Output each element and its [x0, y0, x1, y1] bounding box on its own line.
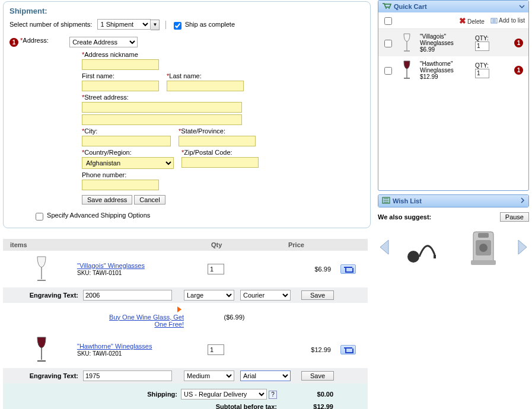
- first-name-input[interactable]: [82, 81, 159, 91]
- item-row: "Villagois" Wineglasses SKU: TAWI-0101 $…: [0, 251, 371, 287]
- cart-item-checkbox[interactable]: [384, 40, 392, 47]
- prev-arrow-icon[interactable]: [378, 238, 391, 257]
- product-link[interactable]: "Villagois" Wineglasses: [77, 262, 145, 269]
- zip-label: Zip/Postal Code:: [184, 149, 232, 156]
- street-label: Street address:: [84, 94, 129, 101]
- engrave-row: Engraving Text: Medium Arial Save: [3, 368, 368, 384]
- quick-cart-header[interactable]: Quick Cart: [378, 1, 528, 12]
- engrave-save-button[interactable]: Save: [301, 290, 334, 300]
- items-col-name: items: [3, 239, 208, 251]
- city-label: City:: [84, 127, 97, 135]
- items-col-price: Price: [285, 239, 308, 251]
- engrave-font-select[interactable]: Courier: [240, 290, 291, 301]
- chevron-right-icon[interactable]: [520, 197, 525, 204]
- product-image: [6, 254, 77, 284]
- wish-list-panel: Wish List: [378, 194, 529, 207]
- qty-input[interactable]: [208, 344, 224, 355]
- address-select[interactable]: Create Address: [69, 37, 138, 47]
- cart-item-image: [397, 33, 416, 53]
- state-input[interactable]: [179, 136, 256, 146]
- cart-item-badge: 1: [514, 66, 523, 75]
- delete-button[interactable]: ✖Delete: [459, 16, 485, 25]
- last-name-input[interactable]: [167, 81, 244, 91]
- item-price: $6.99: [285, 266, 331, 273]
- save-address-button[interactable]: Save address: [82, 195, 132, 204]
- shipments-select[interactable]: 1 Shipment: [97, 19, 151, 30]
- shipping-method-select[interactable]: US - Regular Delivery: [181, 389, 267, 400]
- quick-cart-toolbar: ✖Delete Add to list: [378, 12, 528, 29]
- cart-item-name: "Villagois" Wineglasses: [420, 33, 472, 46]
- qty-label: QTY:: [475, 62, 511, 69]
- suggestions-panel: We also suggest: Pause: [378, 213, 529, 270]
- first-name-label: First name:: [82, 72, 159, 79]
- wish-list-title: Wish List: [393, 197, 520, 204]
- phone-input[interactable]: [82, 180, 159, 190]
- svg-rect-23: [478, 233, 489, 238]
- nickname-label: Address nickname: [84, 51, 138, 58]
- engrave-font-select[interactable]: Arial: [240, 370, 291, 381]
- engrave-size-select[interactable]: Large: [184, 290, 234, 301]
- cart-item-badge: 1: [514, 39, 523, 47]
- zip-input[interactable]: [181, 157, 259, 168]
- totals-panel: Shipping: US - Regular Delivery ? $0.00 …: [3, 384, 368, 409]
- address-form: *Address nickname First name: *Last name…: [82, 51, 364, 204]
- state-label: State/Province:: [181, 127, 225, 135]
- cart-item-name: "Hawthorne" Wineglasses: [420, 60, 472, 74]
- qty-input[interactable]: [208, 264, 224, 274]
- help-icon[interactable]: ?: [269, 391, 277, 399]
- select-all-checkbox[interactable]: [384, 17, 392, 25]
- cart-item-image: [397, 60, 416, 80]
- wish-list-header[interactable]: Wish List: [378, 195, 528, 207]
- shipments-extra-toggle[interactable]: ▼: [151, 20, 160, 30]
- product-image: [6, 335, 77, 365]
- quick-cart-panel: Quick Cart ✖Delete Add to list: [378, 0, 529, 191]
- country-label: Country/Region:: [84, 149, 132, 156]
- next-arrow-icon[interactable]: [516, 238, 529, 257]
- product-link[interactable]: "Hawthorne" Wineglasses: [77, 343, 152, 350]
- subtotal-value: $12.99: [277, 403, 333, 409]
- delete-x-icon: ✖: [459, 16, 466, 25]
- chevron-down-icon[interactable]: [519, 3, 525, 10]
- cart-qty-input[interactable]: [475, 41, 489, 51]
- cart-item: "Villagois" Wineglasses $6.99 QTY: 1: [378, 29, 528, 56]
- adv-shipping-checkbox[interactable]: [36, 213, 43, 221]
- street2-input[interactable]: [82, 114, 242, 125]
- product-sku: SKU: TAWI-0201: [77, 350, 122, 357]
- list-icon: [382, 197, 390, 205]
- suggest-product-2[interactable]: [457, 225, 510, 270]
- items-col-qty: Qty: [208, 239, 285, 251]
- qty-label: QTY:: [475, 35, 511, 41]
- nickname-input[interactable]: [82, 59, 159, 70]
- engrave-text-input[interactable]: [83, 290, 172, 301]
- promo-link[interactable]: Buy One Wine Glass, Get One Free!: [107, 314, 184, 328]
- add-to-cart-button[interactable]: [340, 345, 356, 354]
- item-price: $12.99: [285, 346, 331, 353]
- suggest-product-1[interactable]: [397, 225, 450, 270]
- engrave-size-select[interactable]: Medium: [184, 370, 234, 381]
- cart-item: "Hawthorne" Wineglasses $12.99 QTY: 1: [378, 56, 528, 84]
- wineglass-icon: [33, 335, 50, 365]
- cart-icon: [382, 2, 391, 11]
- cart-qty-input[interactable]: [475, 69, 489, 78]
- product-sku: SKU: TAWI-0101: [77, 270, 122, 276]
- ship-complete-checkbox[interactable]: [174, 22, 181, 30]
- adv-shipping-label: Specify Advanced Shipping Options: [47, 212, 150, 219]
- engrave-save-button[interactable]: Save: [301, 371, 334, 381]
- country-select[interactable]: Afghanistan: [82, 157, 174, 169]
- add-to-list-button[interactable]: Add to list: [490, 17, 525, 24]
- items-header: items Qty Price: [3, 239, 368, 251]
- engrave-label: Engraving Text:: [9, 292, 83, 299]
- add-to-cart-button[interactable]: [340, 264, 356, 274]
- city-input[interactable]: [82, 136, 171, 146]
- street1-input[interactable]: [82, 102, 242, 113]
- cart-item-checkbox[interactable]: [384, 67, 392, 75]
- shipments-label: Select number of shipments:: [9, 21, 92, 28]
- cart-item-price: $12.99: [420, 74, 472, 80]
- ship-complete-label: Ship as complete: [185, 21, 235, 28]
- pause-button[interactable]: Pause: [500, 212, 529, 222]
- phone-label: Phone number:: [82, 171, 159, 178]
- cancel-button[interactable]: Cancel: [134, 195, 165, 204]
- promo-row: Buy One Wine Glass, Get One Free! ($6.99…: [0, 303, 371, 331]
- arrow-right-icon: [177, 306, 181, 312]
- engrave-text-input[interactable]: [83, 370, 172, 381]
